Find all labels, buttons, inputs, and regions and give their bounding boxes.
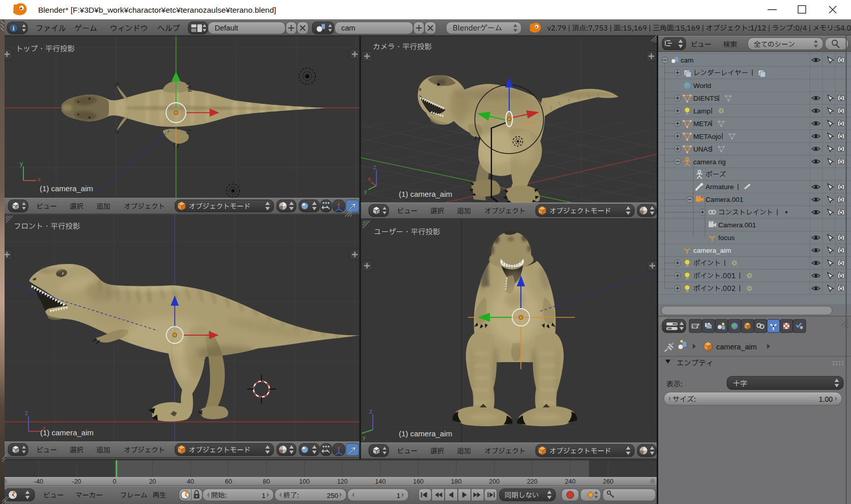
svg-text:-20: -20 <box>72 478 81 485</box>
svg-text:40: 40 <box>187 478 194 485</box>
svg-text:y: y <box>20 160 23 167</box>
svg-text:1: 1 <box>261 492 266 499</box>
svg-text:120: 120 <box>337 478 348 485</box>
svg-text:Blender* [F:¥3D¥b_work¥charact: Blender* [F:¥3D¥b_work¥charactor¥etc¥ter… <box>38 6 276 14</box>
svg-text:-40: -40 <box>34 478 43 485</box>
svg-text:Default: Default <box>215 24 238 32</box>
svg-text:UNAS: UNAS <box>693 145 713 153</box>
svg-text:METAojo: METAojo <box>693 133 721 140</box>
svg-text:60: 60 <box>225 478 232 485</box>
svg-text:1: 1 <box>396 492 400 499</box>
svg-text:(1) camera_aim: (1) camera_aim <box>40 428 94 437</box>
svg-text:140: 140 <box>375 478 386 485</box>
svg-text:Armature: Armature <box>706 183 734 191</box>
svg-text:cam: cam <box>341 24 355 32</box>
svg-text:(1) camera_aim: (1) camera_aim <box>40 184 93 193</box>
svg-text:focus: focus <box>718 234 735 242</box>
svg-text:220: 220 <box>527 478 538 485</box>
svg-text:Lamp: Lamp <box>693 107 711 115</box>
svg-text:(1) camera_aim: (1) camera_aim <box>399 190 452 198</box>
svg-text:180: 180 <box>451 478 462 485</box>
svg-text:camera rig: camera rig <box>693 158 726 166</box>
svg-text:x: x <box>38 176 41 183</box>
svg-text:z: z <box>25 409 28 417</box>
svg-text:camera_aim: camera_aim <box>716 343 757 351</box>
svg-text:Camera.001: Camera.001 <box>718 221 756 229</box>
svg-text:y: y <box>363 434 366 440</box>
svg-text:World: World <box>693 82 711 90</box>
svg-text:cam: cam <box>681 56 694 64</box>
svg-text:META: META <box>693 120 712 128</box>
svg-text:(1) camera_aim: (1) camera_aim <box>399 429 452 438</box>
svg-text:260: 260 <box>603 478 613 485</box>
svg-text:camera_aim: camera_aim <box>693 247 731 254</box>
svg-text:100: 100 <box>299 478 310 485</box>
svg-text:240: 240 <box>565 478 576 485</box>
svg-text:20: 20 <box>149 478 156 485</box>
svg-text:z: z <box>369 408 372 415</box>
svg-text:1.00: 1.00 <box>819 395 833 403</box>
svg-text:160: 160 <box>413 478 424 485</box>
svg-text:y: y <box>364 188 367 194</box>
svg-text:DIENTS: DIENTS <box>693 95 719 102</box>
svg-text:0: 0 <box>113 478 116 485</box>
svg-text:i: i <box>13 24 15 32</box>
svg-text:80: 80 <box>263 478 270 485</box>
svg-text:x: x <box>368 175 371 182</box>
svg-text:200: 200 <box>489 478 500 485</box>
svg-text:z: z <box>373 164 376 171</box>
svg-text:250: 250 <box>327 492 338 499</box>
svg-text:Camera.001: Camera.001 <box>706 196 743 203</box>
